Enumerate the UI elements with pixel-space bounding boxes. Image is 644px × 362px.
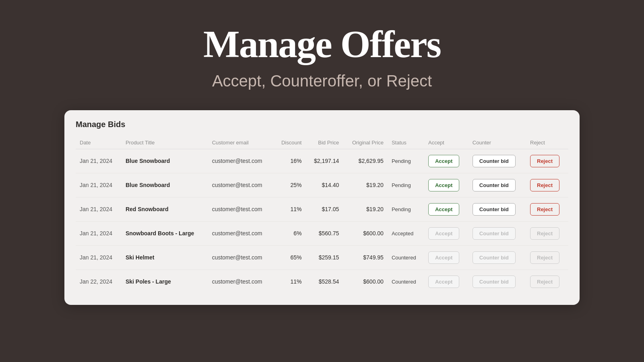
col-counter: Counter [469, 136, 526, 149]
cell-counter-action: Counter bid [469, 245, 526, 269]
cell-status: Countered [388, 269, 424, 294]
table-row: Jan 21, 2024 Red Snowboard customer@test… [76, 197, 568, 221]
cell-product-title: Blue Snowboard [122, 149, 208, 173]
cell-status: Pending [388, 197, 424, 221]
accept-button[interactable]: Accept [428, 155, 459, 167]
col-accept: Accept [424, 136, 469, 149]
counter-bid-button[interactable]: Counter bid [473, 203, 516, 216]
cell-reject-action: Reject [526, 149, 568, 173]
cell-bid-price: $528.54 [305, 269, 343, 294]
cell-accept-action: Accept [424, 173, 469, 197]
col-date: Date [76, 136, 122, 149]
cell-email: customer@test.com [208, 221, 274, 245]
counter-bid-button[interactable]: Counter bid [473, 155, 516, 167]
counter-bid-button[interactable]: Counter bid [473, 179, 516, 191]
cell-counter-action: Counter bid [469, 269, 526, 294]
table-row: Jan 22, 2024 Ski Poles - Large customer@… [76, 269, 568, 294]
cell-discount: 25% [274, 173, 306, 197]
cell-email: customer@test.com [208, 269, 274, 294]
cell-original-price: $19.20 [343, 197, 388, 221]
cell-status: Pending [388, 173, 424, 197]
accept-button[interactable]: Accept [428, 203, 459, 216]
cell-bid-price: $2,197.14 [305, 149, 343, 173]
accept-button: Accept [428, 251, 459, 264]
col-product-title: Product Title [122, 136, 208, 149]
cell-counter-action: Counter bid [469, 149, 526, 173]
cell-reject-action: Reject [526, 197, 568, 221]
cell-reject-action: Reject [526, 173, 568, 197]
cell-bid-price: $560.75 [305, 221, 343, 245]
cell-bid-price: $14.40 [305, 173, 343, 197]
table-row: Jan 21, 2024 Ski Helmet customer@test.co… [76, 245, 568, 269]
cell-reject-action: Reject [526, 269, 568, 294]
cell-counter-action: Counter bid [469, 197, 526, 221]
cell-original-price: $19.20 [343, 173, 388, 197]
cell-accept-action: Accept [424, 245, 469, 269]
col-discount: Discount [274, 136, 306, 149]
counter-bid-button: Counter bid [473, 276, 516, 288]
cell-original-price: $2,629.95 [343, 149, 388, 173]
col-reject: Reject [526, 136, 568, 149]
cell-original-price: $749.95 [343, 245, 388, 269]
cell-reject-action: Reject [526, 221, 568, 245]
cell-discount: 65% [274, 245, 306, 269]
col-bid-price: Bid Price [305, 136, 343, 149]
reject-button: Reject [530, 227, 559, 240]
cell-reject-action: Reject [526, 245, 568, 269]
cell-email: customer@test.com [208, 197, 274, 221]
cell-status: Pending [388, 149, 424, 173]
cell-discount: 16% [274, 149, 306, 173]
accept-button: Accept [428, 227, 459, 240]
cell-accept-action: Accept [424, 197, 469, 221]
table-row: Jan 21, 2024 Blue Snowboard customer@tes… [76, 173, 568, 197]
cell-date: Jan 22, 2024 [76, 269, 122, 294]
accept-button: Accept [428, 276, 459, 288]
cell-product-title: Ski Helmet [122, 245, 208, 269]
reject-button[interactable]: Reject [530, 179, 559, 191]
cell-discount: 6% [274, 221, 306, 245]
reject-button[interactable]: Reject [530, 203, 559, 216]
accept-button[interactable]: Accept [428, 179, 459, 191]
table-body: Jan 21, 2024 Blue Snowboard customer@tes… [76, 149, 568, 294]
cell-date: Jan 21, 2024 [76, 149, 122, 173]
page-subtitle: Accept, Counteroffer, or Reject [203, 72, 441, 90]
cell-email: customer@test.com [208, 149, 274, 173]
bids-table: Date Product Title Customer email Discou… [76, 136, 568, 294]
cell-accept-action: Accept [424, 221, 469, 245]
cell-email: customer@test.com [208, 173, 274, 197]
cell-discount: 11% [274, 269, 306, 294]
reject-button: Reject [530, 251, 559, 264]
cell-product-title: Snowboard Boots - Large [122, 221, 208, 245]
counter-bid-button: Counter bid [473, 227, 516, 240]
reject-button: Reject [530, 276, 559, 288]
reject-button[interactable]: Reject [530, 155, 559, 167]
cell-discount: 11% [274, 197, 306, 221]
hero-section: Manage Offers Accept, Counteroffer, or R… [203, 0, 441, 98]
counter-bid-button: Counter bid [473, 251, 516, 264]
cell-email: customer@test.com [208, 245, 274, 269]
col-status: Status [388, 136, 424, 149]
cell-date: Jan 21, 2024 [76, 197, 122, 221]
cell-status: Countered [388, 245, 424, 269]
cell-original-price: $600.00 [343, 221, 388, 245]
cell-bid-price: $259.15 [305, 245, 343, 269]
cell-accept-action: Accept [424, 149, 469, 173]
cell-original-price: $600.00 [343, 269, 388, 294]
cell-date: Jan 21, 2024 [76, 221, 122, 245]
cell-date: Jan 21, 2024 [76, 245, 122, 269]
cell-counter-action: Counter bid [469, 221, 526, 245]
table-row: Jan 21, 2024 Snowboard Boots - Large cus… [76, 221, 568, 245]
cell-bid-price: $17.05 [305, 197, 343, 221]
col-original-price: Original Price [343, 136, 388, 149]
cell-counter-action: Counter bid [469, 173, 526, 197]
manage-bids-container: Manage Bids Date Product Title Customer … [64, 110, 580, 305]
cell-product-title: Red Snowboard [122, 197, 208, 221]
cell-date: Jan 21, 2024 [76, 173, 122, 197]
table-heading: Manage Bids [76, 120, 568, 129]
col-customer-email: Customer email [208, 136, 274, 149]
cell-product-title: Ski Poles - Large [122, 269, 208, 294]
cell-status: Accepted [388, 221, 424, 245]
table-header: Date Product Title Customer email Discou… [76, 136, 568, 149]
cell-product-title: Blue Snowboard [122, 173, 208, 197]
cell-accept-action: Accept [424, 269, 469, 294]
